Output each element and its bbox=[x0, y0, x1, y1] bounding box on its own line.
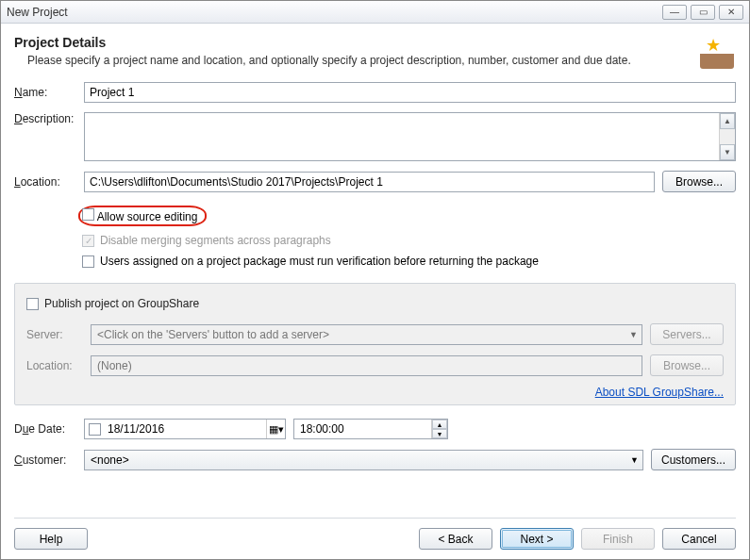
disable-merging-label: Disable merging segments across paragrap… bbox=[100, 234, 331, 247]
page-title: Project Details bbox=[14, 35, 687, 50]
maximize-button[interactable]: ▭ bbox=[691, 5, 715, 20]
due-date-picker[interactable]: 18/11/2016 ▦▾ bbox=[84, 419, 286, 439]
customers-button[interactable]: Customers... bbox=[651, 449, 736, 470]
name-label: Name: bbox=[14, 86, 76, 99]
description-input[interactable] bbox=[84, 112, 736, 161]
allow-source-editing-label: Allow source editing bbox=[97, 210, 198, 223]
browse-button[interactable]: Browse... bbox=[662, 171, 736, 192]
publish-groupshare-label: Publish project on GroupShare bbox=[44, 297, 199, 310]
due-date-label: Due Date: bbox=[14, 422, 76, 436]
window-title: New Project bbox=[7, 6, 662, 19]
time-down-icon[interactable]: ▼ bbox=[432, 429, 447, 438]
location-input[interactable] bbox=[84, 172, 655, 192]
titlebar: New Project — ▭ ✕ bbox=[1, 1, 749, 24]
description-scrollbar[interactable]: ▲ ▼ bbox=[719, 113, 735, 160]
close-button[interactable]: ✕ bbox=[719, 5, 743, 20]
gs-location-field: (None) bbox=[91, 355, 642, 376]
page-subtitle: Please specify a project name and locati… bbox=[27, 54, 687, 67]
about-groupshare-link[interactable]: About SDL GroupShare... bbox=[26, 386, 724, 399]
disable-merging-checkbox: ✓ bbox=[82, 235, 94, 247]
due-date-enable-checkbox[interactable] bbox=[89, 423, 101, 436]
servers-button: Servers... bbox=[650, 323, 724, 345]
project-wizard-icon: ★ bbox=[696, 35, 736, 69]
customer-value: <none> bbox=[91, 453, 129, 467]
gs-browse-button: Browse... bbox=[650, 354, 724, 376]
chevron-down-icon: ▼ bbox=[630, 455, 639, 465]
chevron-down-icon: ▼ bbox=[629, 330, 638, 339]
due-time-picker[interactable]: 18:00:00 ▲ ▼ bbox=[293, 419, 448, 439]
server-label: Server: bbox=[26, 328, 83, 341]
finish-button: Finish bbox=[581, 528, 655, 550]
scroll-down-icon[interactable]: ▼ bbox=[720, 144, 735, 160]
next-button[interactable]: Next > bbox=[500, 528, 574, 550]
name-input[interactable] bbox=[84, 82, 736, 103]
description-label: Description: bbox=[14, 112, 76, 125]
verify-package-label: Users assigned on a project package must… bbox=[100, 255, 539, 268]
server-placeholder: <Click on the 'Servers' button to add a … bbox=[97, 328, 329, 341]
due-date-value[interactable]: 18/11/2016 bbox=[104, 422, 266, 436]
scroll-up-icon[interactable]: ▲ bbox=[720, 113, 735, 129]
help-button[interactable]: Help bbox=[14, 528, 88, 550]
allow-source-editing-checkbox[interactable] bbox=[82, 208, 94, 221]
gs-location-value: (None) bbox=[97, 359, 132, 372]
customer-label: Customer: bbox=[14, 453, 76, 467]
verify-package-checkbox[interactable] bbox=[82, 255, 94, 268]
minimize-button[interactable]: — bbox=[662, 5, 687, 20]
back-button[interactable]: < Back bbox=[419, 528, 492, 550]
due-time-value[interactable]: 18:00:00 bbox=[300, 422, 431, 436]
groupshare-panel: Publish project on GroupShare Server: <C… bbox=[14, 283, 736, 405]
calendar-icon[interactable]: ▦▾ bbox=[266, 420, 285, 438]
customer-combo[interactable]: <none> ▼ bbox=[84, 450, 643, 470]
cancel-button[interactable]: Cancel bbox=[662, 528, 736, 550]
time-up-icon[interactable]: ▲ bbox=[432, 420, 447, 429]
location-label: Location: bbox=[14, 175, 76, 189]
server-combo: <Click on the 'Servers' button to add a … bbox=[91, 324, 642, 345]
gs-location-label: Location: bbox=[26, 359, 83, 372]
publish-groupshare-checkbox[interactable] bbox=[26, 298, 39, 310]
